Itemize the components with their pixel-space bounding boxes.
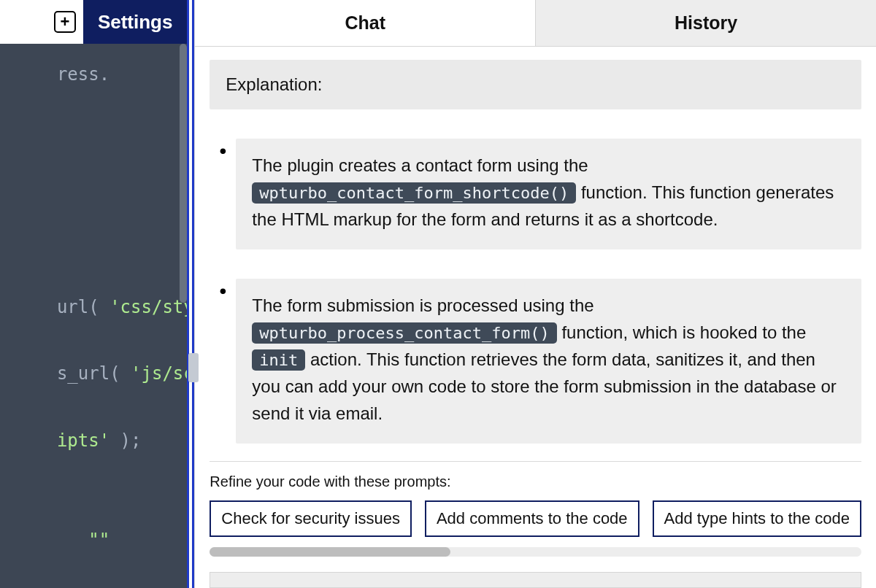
- editor-scrollbar[interactable]: [180, 44, 187, 303]
- explanation-bullet: • The form submission is processed using…: [210, 279, 861, 444]
- code-line-4: ipts' );: [0, 430, 142, 451]
- code-inline: wpturbo_contact_form_shortcode(): [252, 182, 576, 204]
- prompt-typehints-button[interactable]: Add type hints to the code: [653, 500, 861, 537]
- explanation-card: The plugin creates a contact form using …: [236, 139, 861, 249]
- prompt-row: Check for security issues Add comments t…: [210, 500, 861, 537]
- prompt-security-button[interactable]: Check for security issues: [210, 500, 412, 537]
- bullet-text: function, which is hooked to the: [561, 322, 806, 342]
- settings-tab[interactable]: Settings: [83, 0, 188, 44]
- bullet-icon: •: [210, 139, 236, 163]
- prompt-scrollbar[interactable]: [210, 547, 861, 557]
- tab-history[interactable]: History: [535, 0, 876, 47]
- settings-tab-label: Settings: [98, 11, 173, 34]
- splitter-grip-icon: [188, 353, 199, 382]
- tab-history-label: History: [675, 12, 737, 34]
- tab-chat-label: Chat: [345, 12, 385, 34]
- new-snippet-button[interactable]: +: [54, 11, 76, 33]
- tab-chat[interactable]: Chat: [195, 0, 535, 47]
- editor-header: + Settings: [0, 0, 187, 44]
- explanation-card: The form submission is processed using t…: [236, 279, 861, 444]
- code-line-5: "": [0, 530, 110, 550]
- prompt-comments-button[interactable]: Add comments to the code: [425, 500, 639, 537]
- chat-body: Explanation: • The plugin creates a cont…: [195, 47, 876, 562]
- chat-tabs: Chat History: [195, 0, 876, 47]
- chat-panel: Chat History Explanation: • The plugin c…: [194, 0, 876, 588]
- code-editor[interactable]: ress. url( 'css/style.css', __FILE__ s_u…: [0, 44, 187, 588]
- explanation-bullet: • The plugin creates a contact form usin…: [210, 139, 861, 249]
- app-root: + Settings ress. url( 'css/style.css', _…: [0, 0, 876, 588]
- code-inline: init: [252, 349, 305, 371]
- plus-icon: +: [60, 12, 69, 31]
- code-line-1: ress.: [0, 64, 110, 85]
- scrollbar-thumb: [210, 547, 450, 557]
- code-line-3: s_url( 'js/script.js', __FILE__: [0, 363, 187, 384]
- editor-panel: + Settings ress. url( 'css/style.css', _…: [0, 0, 187, 588]
- bullet-text: The form submission is processed using t…: [252, 295, 593, 315]
- code-line-2: url( 'css/style.css', __FILE__: [0, 297, 187, 317]
- bullet-text: action. This function retrieves the form…: [252, 349, 836, 423]
- bullet-text: The plugin creates a contact form using …: [252, 155, 588, 175]
- chat-input[interactable]: [210, 572, 861, 588]
- panel-splitter[interactable]: [187, 0, 194, 588]
- bullet-icon: •: [210, 279, 236, 303]
- explanation-header: Explanation:: [210, 60, 861, 109]
- code-inline: wpturbo_process_contact_form(): [252, 322, 556, 344]
- section-divider: [210, 461, 861, 462]
- refine-prompts-label: Refine your code with these prompts:: [210, 473, 861, 490]
